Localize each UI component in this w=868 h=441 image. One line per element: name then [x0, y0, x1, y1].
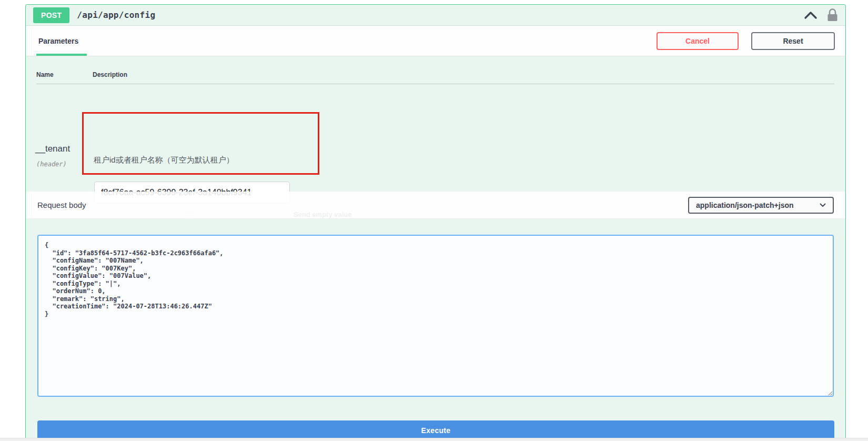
- unlock-icon[interactable]: [827, 8, 838, 22]
- chevron-down-icon: [820, 203, 826, 207]
- request-body-header: Request body application/json-patch+json: [26, 192, 845, 219]
- parameter-location: (header): [36, 161, 67, 168]
- tab-parameters-label: Parameters: [38, 37, 78, 45]
- content-type-value: application/json-patch+json: [696, 201, 794, 209]
- post-opblock: POST /api/app/config Parameters Cancel: [25, 4, 846, 441]
- section-header: Parameters Cancel Reset: [26, 26, 845, 56]
- reset-button[interactable]: Reset: [751, 32, 835, 50]
- cancel-button[interactable]: Cancel: [657, 32, 739, 50]
- name-column-header: Name: [36, 71, 54, 78]
- request-body-section: { "id": "3fa85f64-5717-4562-b3fc-2c963f6…: [26, 219, 845, 441]
- content-type-select[interactable]: application/json-patch+json: [688, 197, 834, 214]
- description-column-header: Description: [93, 71, 127, 78]
- request-body-editor[interactable]: { "id": "3fa85f64-5717-4562-b3fc-2c963f6…: [37, 235, 834, 397]
- endpoint-path: /api/app/config: [77, 10, 155, 20]
- tab-parameters[interactable]: Parameters: [36, 26, 87, 56]
- opblock-summary[interactable]: POST /api/app/config: [26, 5, 845, 26]
- parameters-section: Name Description __tenant (header) 租户id或…: [26, 56, 845, 192]
- swagger-operation-panel: POST /api/app/config Parameters Cancel: [0, 0, 868, 441]
- parameter-description: 租户id或者租户名称（可空为默认租户）: [94, 155, 234, 165]
- horizontal-scrollbar[interactable]: [0, 438, 868, 441]
- http-method-badge: POST: [33, 7, 69, 23]
- request-body-title: Request body: [37, 201, 86, 209]
- parameter-name: __tenant: [35, 144, 70, 154]
- chevron-up-icon[interactable]: [804, 11, 817, 19]
- table-header-divider: [36, 84, 834, 84]
